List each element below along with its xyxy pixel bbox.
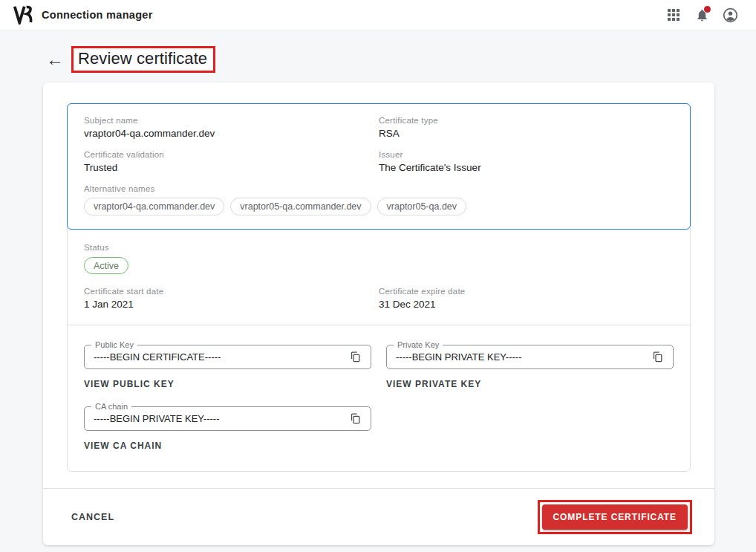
private-key-input[interactable]: Private Key -----BEGIN PRIVATE KEY----- xyxy=(386,345,674,369)
certificate-card: Subject name vraptor04-qa.commander.dev … xyxy=(43,82,714,545)
view-public-key-link[interactable]: VIEW PUBLIC KEY xyxy=(84,379,175,389)
subject-name-field: Subject name vraptor04-qa.commander.dev xyxy=(84,116,379,139)
annotation-box-complete-button: COMPLETE CERTIFICATE xyxy=(538,500,692,534)
expire-date-label: Certificate expire date xyxy=(379,287,674,296)
certificate-details: Subject name vraptor04-qa.commander.dev … xyxy=(67,103,691,472)
certificate-validation-field: Certificate validation Trusted xyxy=(84,150,379,173)
public-key-block: Public Key -----BEGIN CERTIFICATE----- V… xyxy=(84,345,371,390)
apps-grid-icon[interactable] xyxy=(661,2,686,27)
cancel-button[interactable]: CANCEL xyxy=(67,506,119,528)
app-title: Connection manager xyxy=(42,9,153,21)
certificate-summary-section: Subject name vraptor04-qa.commander.dev … xyxy=(67,103,691,230)
alternative-names-field: Alternative names vraptor04-qa.commander… xyxy=(84,184,674,215)
status-label: Status xyxy=(84,243,674,252)
view-ca-chain-link[interactable]: VIEW CA CHAIN xyxy=(84,441,162,451)
issuer-value: The Certificate's Issuer xyxy=(379,162,674,173)
certificate-validation-value: Trusted xyxy=(84,162,379,173)
start-date-field: Certificate start date 1 Jan 2021 xyxy=(84,287,379,310)
annotation-box-page-title: Review certificate xyxy=(71,46,215,73)
status-section: Status Active Certificate start date 1 J… xyxy=(68,230,690,325)
start-date-value: 1 Jan 2021 xyxy=(84,299,379,310)
public-key-input[interactable]: Public Key -----BEGIN CERTIFICATE----- xyxy=(84,345,371,369)
copy-public-key-icon[interactable] xyxy=(345,348,365,367)
issuer-field: Issuer The Certificate's Issuer xyxy=(379,150,674,173)
status-badge: Active xyxy=(84,257,128,274)
card-footer: CANCEL COMPLETE CERTIFICATE xyxy=(43,488,714,545)
certificate-type-field: Certificate type RSA xyxy=(379,116,674,139)
ca-chain-value: -----BEGIN PRIVATE KEY----- xyxy=(94,413,219,424)
view-private-key-link[interactable]: VIEW PRIVATE KEY xyxy=(386,379,481,389)
public-key-value: -----BEGIN CERTIFICATE----- xyxy=(94,351,221,363)
alternative-name-chip: vraptor04-qa.commander.dev xyxy=(84,198,224,215)
expire-date-field: Certificate expire date 31 Dec 2021 xyxy=(379,287,674,310)
back-arrow-button[interactable]: ← xyxy=(46,51,64,68)
expire-date-value: 31 Dec 2021 xyxy=(379,299,674,310)
subject-name-label: Subject name xyxy=(84,116,379,125)
certificate-type-value: RSA xyxy=(379,128,674,139)
certificate-type-label: Certificate type xyxy=(379,116,674,125)
notifications-bell-icon[interactable] xyxy=(689,2,714,27)
certificate-validation-label: Certificate validation xyxy=(84,150,379,159)
copy-ca-chain-icon[interactable] xyxy=(345,409,365,429)
ca-chain-input[interactable]: CA chain -----BEGIN PRIVATE KEY----- xyxy=(84,406,371,431)
copy-private-key-icon[interactable] xyxy=(648,348,667,367)
ca-chain-label: CA chain xyxy=(91,402,131,411)
notification-badge xyxy=(704,6,711,13)
private-key-block: Private Key -----BEGIN PRIVATE KEY----- … xyxy=(386,345,674,390)
vr-logo-icon xyxy=(13,5,33,25)
subject-name-value: vraptor04-qa.commander.dev xyxy=(84,128,379,139)
keys-section: Public Key -----BEGIN CERTIFICATE----- V… xyxy=(68,325,690,471)
start-date-label: Certificate start date xyxy=(84,287,379,296)
app-header: Connection manager xyxy=(0,0,756,30)
ca-chain-block: CA chain -----BEGIN PRIVATE KEY----- VIE… xyxy=(84,406,371,452)
page-head: ← Review certificate xyxy=(46,46,756,73)
private-key-value: -----BEGIN PRIVATE KEY----- xyxy=(396,351,521,363)
complete-certificate-button[interactable]: COMPLETE CERTIFICATE xyxy=(542,504,688,530)
account-icon[interactable] xyxy=(717,2,743,27)
private-key-label: Private Key xyxy=(394,340,443,349)
public-key-label: Public Key xyxy=(91,340,137,349)
alternative-name-chip: vraptor05-qa.dev xyxy=(377,198,467,215)
page-title: Review certificate xyxy=(78,49,207,68)
issuer-label: Issuer xyxy=(379,150,674,159)
alternative-name-chip: vraptor05-qa.commander.dev xyxy=(230,198,371,215)
alternative-names-label: Alternative names xyxy=(84,184,674,193)
